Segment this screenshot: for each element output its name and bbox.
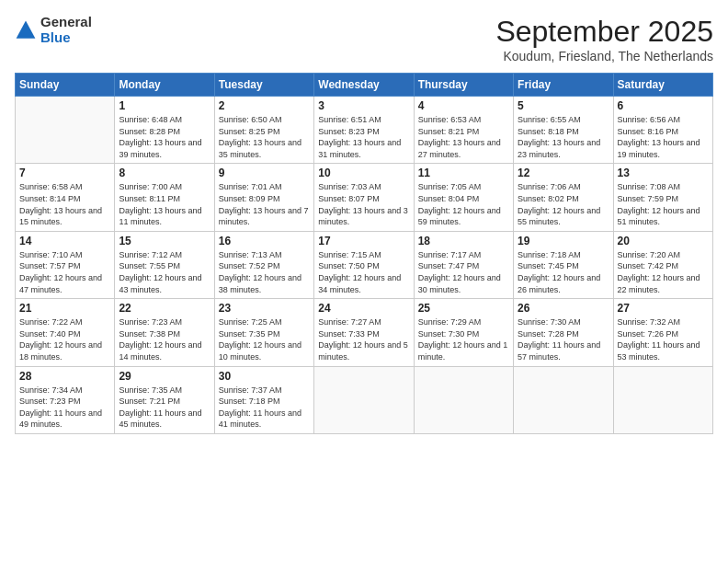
day-info: Sunrise: 6:58 AM Sunset: 8:14 PM Dayligh… [19, 181, 110, 227]
calendar-cell: 17Sunrise: 7:15 AM Sunset: 7:50 PM Dayli… [314, 231, 414, 298]
day-info: Sunrise: 7:37 AM Sunset: 7:18 PM Dayligh… [219, 385, 310, 431]
day-info: Sunrise: 7:01 AM Sunset: 8:09 PM Dayligh… [219, 181, 310, 227]
day-number: 5 [518, 99, 609, 112]
calendar-cell: 3Sunrise: 6:51 AM Sunset: 8:23 PM Daylig… [314, 97, 414, 164]
calendar-cell: 2Sunrise: 6:50 AM Sunset: 8:25 PM Daylig… [214, 97, 313, 164]
calendar-cell: 14Sunrise: 7:10 AM Sunset: 7:57 PM Dayli… [16, 231, 115, 298]
day-info: Sunrise: 7:03 AM Sunset: 8:07 PM Dayligh… [318, 181, 409, 227]
day-info: Sunrise: 6:56 AM Sunset: 8:16 PM Dayligh… [618, 114, 709, 160]
day-number: 18 [418, 235, 509, 247]
calendar-cell: 10Sunrise: 7:03 AM Sunset: 8:07 PM Dayli… [314, 164, 414, 231]
calendar-cell: 20Sunrise: 7:20 AM Sunset: 7:42 PM Dayli… [613, 231, 712, 298]
calendar-cell: 19Sunrise: 7:18 AM Sunset: 7:45 PM Dayli… [514, 231, 613, 298]
calendar-cell: 23Sunrise: 7:25 AM Sunset: 7:35 PM Dayli… [214, 299, 313, 366]
day-info: Sunrise: 6:50 AM Sunset: 8:25 PM Dayligh… [219, 114, 310, 160]
day-info: Sunrise: 7:27 AM Sunset: 7:33 PM Dayligh… [318, 316, 409, 362]
day-info: Sunrise: 7:08 AM Sunset: 7:59 PM Dayligh… [618, 181, 709, 227]
calendar-cell: 27Sunrise: 7:32 AM Sunset: 7:26 PM Dayli… [613, 299, 712, 366]
day-number: 24 [318, 302, 409, 315]
day-number: 25 [418, 302, 509, 315]
day-number: 4 [418, 99, 509, 112]
day-info: Sunrise: 7:34 AM Sunset: 7:23 PM Dayligh… [19, 385, 110, 431]
day-number: 1 [119, 99, 210, 112]
calendar-week-row: 28Sunrise: 7:34 AM Sunset: 7:23 PM Dayli… [16, 366, 713, 433]
day-info: Sunrise: 7:20 AM Sunset: 7:42 PM Dayligh… [618, 249, 709, 295]
day-info: Sunrise: 7:18 AM Sunset: 7:45 PM Dayligh… [518, 249, 609, 295]
day-number: 21 [19, 302, 110, 315]
day-number: 28 [19, 370, 110, 383]
day-number: 13 [618, 167, 709, 179]
calendar-cell: 12Sunrise: 7:06 AM Sunset: 8:02 PM Dayli… [514, 164, 613, 231]
calendar-cell [414, 366, 513, 433]
logo-general: General [40, 15, 92, 30]
calendar-cell: 13Sunrise: 7:08 AM Sunset: 7:59 PM Dayli… [613, 164, 712, 231]
day-info: Sunrise: 7:35 AM Sunset: 7:21 PM Dayligh… [119, 385, 210, 431]
day-number: 2 [219, 99, 310, 112]
day-info: Sunrise: 7:23 AM Sunset: 7:38 PM Dayligh… [119, 316, 210, 362]
calendar-cell [16, 97, 115, 164]
calendar-cell [314, 366, 414, 433]
day-number: 27 [618, 302, 709, 315]
weekday-header: Wednesday [314, 74, 414, 97]
day-number: 8 [119, 167, 210, 179]
calendar-cell: 26Sunrise: 7:30 AM Sunset: 7:28 PM Dayli… [514, 299, 613, 366]
location: Koudum, Friesland, The Netherlands [495, 49, 713, 63]
day-info: Sunrise: 7:25 AM Sunset: 7:35 PM Dayligh… [219, 316, 310, 362]
calendar-cell: 22Sunrise: 7:23 AM Sunset: 7:38 PM Dayli… [115, 299, 214, 366]
day-number: 29 [119, 370, 210, 383]
calendar-week-row: 1Sunrise: 6:48 AM Sunset: 8:28 PM Daylig… [16, 97, 713, 164]
day-info: Sunrise: 7:30 AM Sunset: 7:28 PM Dayligh… [518, 316, 609, 362]
calendar-cell: 29Sunrise: 7:35 AM Sunset: 7:21 PM Dayli… [115, 366, 214, 433]
day-info: Sunrise: 7:29 AM Sunset: 7:30 PM Dayligh… [418, 316, 509, 362]
calendar-cell: 28Sunrise: 7:34 AM Sunset: 7:23 PM Dayli… [16, 366, 115, 433]
day-number: 15 [119, 235, 210, 247]
day-number: 7 [19, 167, 110, 179]
calendar-cell: 15Sunrise: 7:12 AM Sunset: 7:55 PM Dayli… [115, 231, 214, 298]
calendar-cell: 25Sunrise: 7:29 AM Sunset: 7:30 PM Dayli… [414, 299, 513, 366]
day-info: Sunrise: 6:55 AM Sunset: 8:18 PM Dayligh… [518, 114, 609, 160]
day-number: 9 [219, 167, 310, 179]
calendar-cell: 7Sunrise: 6:58 AM Sunset: 8:14 PM Daylig… [16, 164, 115, 231]
day-info: Sunrise: 7:13 AM Sunset: 7:52 PM Dayligh… [219, 249, 310, 295]
calendar-cell: 11Sunrise: 7:05 AM Sunset: 8:04 PM Dayli… [414, 164, 513, 231]
calendar-cell: 18Sunrise: 7:17 AM Sunset: 7:47 PM Dayli… [414, 231, 513, 298]
calendar-cell: 8Sunrise: 7:00 AM Sunset: 8:11 PM Daylig… [115, 164, 214, 231]
logo-text: General Blue [40, 15, 92, 45]
calendar-cell: 30Sunrise: 7:37 AM Sunset: 7:18 PM Dayli… [214, 366, 313, 433]
calendar: SundayMondayTuesdayWednesdayThursdayFrid… [15, 73, 713, 434]
calendar-cell: 21Sunrise: 7:22 AM Sunset: 7:40 PM Dayli… [16, 299, 115, 366]
day-info: Sunrise: 7:17 AM Sunset: 7:47 PM Dayligh… [418, 249, 509, 295]
calendar-cell: 24Sunrise: 7:27 AM Sunset: 7:33 PM Dayli… [314, 299, 414, 366]
calendar-week-row: 21Sunrise: 7:22 AM Sunset: 7:40 PM Dayli… [16, 299, 713, 366]
month-title: September 2025 [495, 15, 713, 49]
weekday-header: Saturday [613, 74, 712, 97]
weekday-header: Monday [115, 74, 214, 97]
day-number: 20 [618, 235, 709, 247]
calendar-cell: 6Sunrise: 6:56 AM Sunset: 8:16 PM Daylig… [613, 97, 712, 164]
calendar-cell: 1Sunrise: 6:48 AM Sunset: 8:28 PM Daylig… [115, 97, 214, 164]
day-info: Sunrise: 7:00 AM Sunset: 8:11 PM Dayligh… [119, 181, 210, 227]
calendar-cell: 9Sunrise: 7:01 AM Sunset: 8:09 PM Daylig… [214, 164, 313, 231]
calendar-cell: 5Sunrise: 6:55 AM Sunset: 8:18 PM Daylig… [514, 97, 613, 164]
calendar-week-row: 14Sunrise: 7:10 AM Sunset: 7:57 PM Dayli… [16, 231, 713, 298]
day-info: Sunrise: 7:06 AM Sunset: 8:02 PM Dayligh… [518, 181, 609, 227]
day-number: 19 [518, 235, 609, 247]
page-header: General Blue September 2025 Koudum, Frie… [15, 15, 713, 63]
weekday-header: Tuesday [214, 74, 313, 97]
day-info: Sunrise: 7:22 AM Sunset: 7:40 PM Dayligh… [19, 316, 110, 362]
day-number: 3 [318, 99, 409, 112]
day-number: 23 [219, 302, 310, 315]
calendar-header-row: SundayMondayTuesdayWednesdayThursdayFrid… [16, 74, 713, 97]
day-info: Sunrise: 6:51 AM Sunset: 8:23 PM Dayligh… [318, 114, 409, 160]
day-info: Sunrise: 7:15 AM Sunset: 7:50 PM Dayligh… [318, 249, 409, 295]
logo-icon [15, 19, 37, 41]
day-number: 30 [219, 370, 310, 383]
calendar-cell: 4Sunrise: 6:53 AM Sunset: 8:21 PM Daylig… [414, 97, 513, 164]
calendar-week-row: 7Sunrise: 6:58 AM Sunset: 8:14 PM Daylig… [16, 164, 713, 231]
calendar-cell: 16Sunrise: 7:13 AM Sunset: 7:52 PM Dayli… [214, 231, 313, 298]
day-number: 17 [318, 235, 409, 247]
day-number: 26 [518, 302, 609, 315]
weekday-header: Thursday [414, 74, 513, 97]
day-number: 10 [318, 167, 409, 179]
svg-marker-0 [17, 20, 36, 38]
